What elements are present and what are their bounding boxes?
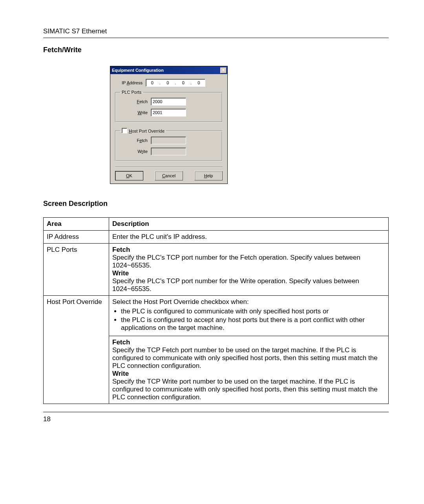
th-description: Description: [109, 218, 389, 231]
heading-screen-description: Screen Description: [43, 200, 389, 208]
plc-write-input[interactable]: 2001: [151, 109, 186, 116]
host-fetch-input[interactable]: [151, 136, 186, 144]
th-area: Area: [44, 218, 109, 231]
header-rule: [43, 38, 389, 38]
table-row: PLC Ports Fetch Specify the PLC's TCP po…: [44, 244, 389, 296]
ip-octet-0[interactable]: 0: [146, 80, 159, 85]
host-write-input[interactable]: [151, 147, 186, 155]
dialog-titlebar: Equipment Configuration ×: [110, 66, 227, 74]
cell-desc: Enter the PLC unit's IP address.: [109, 231, 389, 244]
doc-header: SIMATIC S7 Ethernet: [43, 27, 389, 35]
cell-area: Host Port Override: [44, 296, 109, 404]
plc-write-label: Write: [120, 110, 151, 115]
equipment-config-dialog: Equipment Configuration × IP Address 0 .…: [110, 66, 228, 184]
help-button[interactable]: Help: [194, 171, 223, 180]
plc-ports-legend: PLC Ports: [120, 90, 143, 95]
plc-ports-group: PLC Ports Fetch 2000 Write 2001: [115, 90, 223, 122]
cell-desc: Fetch Specify the TCP Fetch port number …: [109, 336, 389, 404]
ip-octet-3[interactable]: 0: [193, 80, 205, 85]
host-fetch-label: Fetch: [120, 138, 151, 143]
table-row: IP Address Enter the PLC unit's IP addre…: [44, 231, 389, 244]
ip-octet-2[interactable]: 0: [177, 80, 190, 85]
cell-area: IP Address: [44, 231, 109, 244]
close-icon: ×: [222, 68, 225, 72]
host-write-label: Write: [120, 149, 151, 154]
heading-fetch-write: Fetch/Write: [43, 46, 389, 54]
cell-desc: Fetch Specify the PLC's TCP port number …: [109, 244, 389, 296]
description-table: Area Description IP Address Enter the PL…: [43, 217, 389, 404]
cancel-button[interactable]: Cancel: [155, 171, 183, 180]
dialog-title: Equipment Configuration: [112, 68, 220, 73]
ok-button[interactable]: OK: [115, 171, 143, 180]
footer-rule: [43, 412, 389, 412]
page-number: 18: [43, 415, 389, 423]
dialog-button-row: OK Cancel Help: [115, 167, 223, 180]
host-port-override-checkbox[interactable]: [122, 128, 127, 133]
host-port-override-legend: Host Port Override: [120, 128, 166, 133]
plc-fetch-label: Fetch: [120, 99, 151, 104]
plc-fetch-input[interactable]: 2000: [151, 98, 186, 106]
cell-area: PLC Ports: [44, 244, 109, 296]
host-port-override-group: Host Port Override Fetch Write: [115, 128, 223, 161]
ip-address-label: IP Address: [115, 80, 146, 85]
table-row: Host Port Override Select the Host Port …: [44, 296, 389, 336]
close-button[interactable]: ×: [220, 67, 227, 73]
ip-address-input[interactable]: 0 . 0 . 0 . 0: [146, 79, 205, 87]
ip-octet-1[interactable]: 0: [162, 80, 174, 85]
cell-desc: Select the Host Port Override checkbox w…: [109, 296, 389, 336]
